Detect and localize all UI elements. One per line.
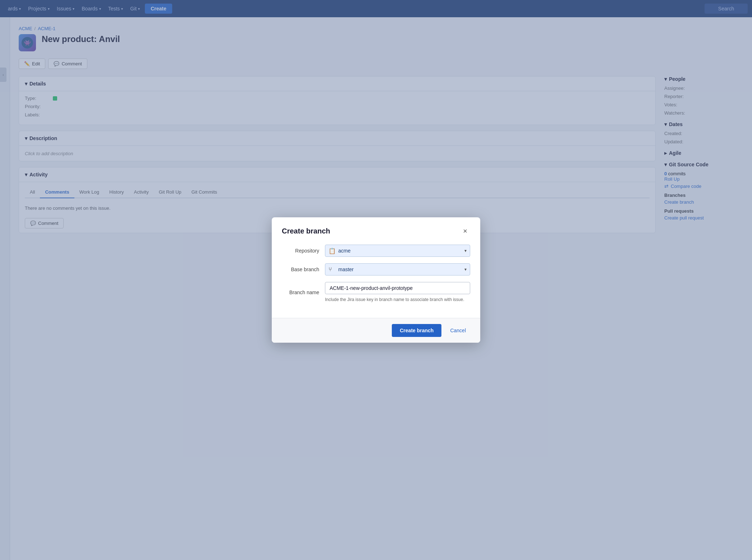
- repository-icon: 📋: [329, 247, 336, 254]
- branch-name-control: Include the Jira issue key in branch nam…: [325, 282, 470, 303]
- modal-footer: Create branch Cancel: [272, 318, 480, 343]
- base-branch-row: Base branch ⑂ master: [282, 263, 470, 276]
- branch-icon: ⑂: [329, 266, 332, 273]
- repository-row: Repository 📋 acme: [282, 245, 470, 257]
- cancel-button[interactable]: Cancel: [446, 324, 470, 337]
- repository-select-wrapper: 📋 acme: [325, 245, 470, 257]
- branch-name-input[interactable]: [325, 282, 470, 294]
- repository-control: 📋 acme: [325, 245, 470, 257]
- branch-name-label: Branch name: [282, 290, 325, 295]
- create-branch-modal: Create branch × Repository 📋 acme: [272, 217, 480, 343]
- modal-header: Create branch ×: [272, 217, 480, 242]
- modal-backdrop: Create branch × Repository 📋 acme: [0, 0, 752, 560]
- base-branch-label: Base branch: [282, 267, 325, 272]
- base-branch-control: ⑂ master: [325, 263, 470, 276]
- modal-body: Repository 📋 acme Base branch ⑂: [272, 242, 480, 318]
- base-branch-select-wrapper: ⑂ master: [325, 263, 470, 276]
- branch-hint-text: Include the Jira issue key in branch nam…: [325, 296, 470, 303]
- modal-title: Create branch: [282, 227, 330, 235]
- repository-select[interactable]: acme: [325, 245, 470, 257]
- base-branch-select[interactable]: master: [325, 263, 470, 276]
- repository-label: Repository: [282, 248, 325, 254]
- branch-name-row: Branch name Include the Jira issue key i…: [282, 282, 470, 303]
- create-branch-button[interactable]: Create branch: [392, 324, 441, 337]
- modal-close-button[interactable]: ×: [460, 226, 470, 236]
